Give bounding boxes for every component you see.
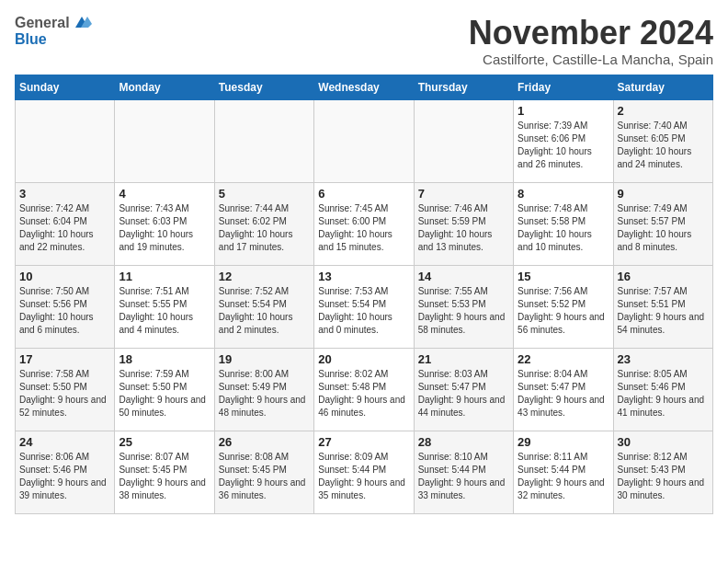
day-number: 16 [618, 270, 709, 283]
day-number: 30 [618, 435, 709, 449]
day-info: Sunrise: 7:51 AMSunset: 5:55 PMDaylight:… [119, 285, 210, 337]
logo-blue-text: Blue [15, 31, 47, 47]
day-info: Sunrise: 7:52 AMSunset: 5:54 PMDaylight:… [219, 285, 310, 337]
day-number: 24 [19, 435, 110, 449]
day-info: Sunrise: 7:50 AMSunset: 5:56 PMDaylight:… [19, 285, 110, 337]
calendar-header-sunday: Sunday [16, 75, 115, 99]
day-number: 28 [418, 435, 509, 449]
calendar-cell: 18Sunrise: 7:59 AMSunset: 5:50 PMDayligh… [115, 348, 214, 431]
day-info: Sunrise: 7:49 AMSunset: 5:57 PMDaylight:… [618, 202, 709, 254]
day-info: Sunrise: 8:05 AMSunset: 5:46 PMDaylight:… [618, 368, 709, 419]
calendar-cell: 19Sunrise: 8:00 AMSunset: 5:49 PMDayligh… [214, 348, 313, 431]
day-number: 4 [119, 187, 210, 201]
logo-icon [72, 15, 92, 31]
calendar-cell: 7Sunrise: 7:46 AMSunset: 5:59 PMDaylight… [414, 182, 513, 265]
day-info: Sunrise: 8:11 AMSunset: 5:44 PMDaylight:… [518, 451, 609, 502]
day-number: 20 [318, 352, 409, 366]
day-number: 2 [618, 104, 709, 118]
day-info: Sunrise: 7:57 AMSunset: 5:51 PMDaylight:… [618, 285, 709, 337]
calendar-cell [214, 99, 313, 182]
day-info: Sunrise: 7:48 AMSunset: 5:58 PMDaylight:… [518, 202, 609, 254]
day-number: 10 [19, 270, 110, 283]
day-number: 8 [518, 187, 609, 201]
month-title: November 2024 [469, 15, 713, 52]
calendar-cell: 14Sunrise: 7:55 AMSunset: 5:53 PMDayligh… [414, 265, 513, 348]
day-info: Sunrise: 7:53 AMSunset: 5:54 PMDaylight:… [318, 285, 409, 337]
day-info: Sunrise: 8:07 AMSunset: 5:45 PMDaylight:… [119, 451, 210, 502]
calendar-cell: 15Sunrise: 7:56 AMSunset: 5:52 PMDayligh… [514, 265, 613, 348]
day-number: 7 [418, 187, 509, 201]
day-number: 22 [518, 352, 609, 366]
calendar-week-row: 24Sunrise: 8:06 AMSunset: 5:46 PMDayligh… [16, 431, 713, 513]
day-number: 23 [618, 352, 709, 366]
day-number: 13 [318, 270, 409, 283]
day-info: Sunrise: 8:06 AMSunset: 5:46 PMDaylight:… [19, 451, 110, 502]
day-number: 1 [518, 104, 609, 118]
day-number: 5 [219, 187, 310, 201]
page-header: General Blue November 2024 Castilforte, … [15, 15, 713, 67]
calendar-cell: 2Sunrise: 7:40 AMSunset: 6:05 PMDaylight… [613, 99, 712, 182]
day-info: Sunrise: 8:09 AMSunset: 5:44 PMDaylight:… [318, 451, 409, 502]
calendar-cell: 6Sunrise: 7:45 AMSunset: 6:00 PMDaylight… [314, 182, 414, 265]
day-number: 14 [418, 270, 509, 283]
calendar-cell: 4Sunrise: 7:43 AMSunset: 6:03 PMDaylight… [115, 182, 214, 265]
calendar-cell [414, 99, 513, 182]
day-info: Sunrise: 7:43 AMSunset: 6:03 PMDaylight:… [119, 202, 210, 254]
day-info: Sunrise: 7:55 AMSunset: 5:53 PMDaylight:… [418, 285, 509, 337]
calendar-week-row: 17Sunrise: 7:58 AMSunset: 5:50 PMDayligh… [16, 348, 713, 431]
day-info: Sunrise: 7:45 AMSunset: 6:00 PMDaylight:… [318, 202, 409, 254]
day-number: 27 [318, 435, 409, 449]
day-number: 15 [518, 270, 609, 283]
calendar-cell: 26Sunrise: 8:08 AMSunset: 5:45 PMDayligh… [214, 431, 313, 513]
calendar-cell: 9Sunrise: 7:49 AMSunset: 5:57 PMDaylight… [613, 182, 712, 265]
calendar-cell: 27Sunrise: 8:09 AMSunset: 5:44 PMDayligh… [314, 431, 414, 513]
day-number: 17 [19, 352, 110, 366]
calendar-cell: 16Sunrise: 7:57 AMSunset: 5:51 PMDayligh… [613, 265, 712, 348]
day-info: Sunrise: 7:40 AMSunset: 6:05 PMDaylight:… [618, 120, 709, 171]
calendar-cell: 22Sunrise: 8:04 AMSunset: 5:47 PMDayligh… [514, 348, 613, 431]
calendar-header-row: SundayMondayTuesdayWednesdayThursdayFrid… [16, 75, 713, 99]
calendar-cell: 5Sunrise: 7:44 AMSunset: 6:02 PMDaylight… [214, 182, 313, 265]
day-number: 25 [119, 435, 210, 449]
day-info: Sunrise: 7:39 AMSunset: 6:06 PMDaylight:… [518, 120, 609, 171]
day-number: 3 [19, 187, 110, 201]
calendar-cell: 11Sunrise: 7:51 AMSunset: 5:55 PMDayligh… [115, 265, 214, 348]
calendar-cell: 23Sunrise: 8:05 AMSunset: 5:46 PMDayligh… [613, 348, 712, 431]
calendar-cell [115, 99, 214, 182]
day-info: Sunrise: 7:59 AMSunset: 5:50 PMDaylight:… [119, 368, 210, 419]
calendar-week-row: 10Sunrise: 7:50 AMSunset: 5:56 PMDayligh… [16, 265, 713, 348]
day-info: Sunrise: 7:42 AMSunset: 6:04 PMDaylight:… [19, 202, 110, 254]
calendar-cell: 3Sunrise: 7:42 AMSunset: 6:04 PMDaylight… [16, 182, 115, 265]
calendar-cell: 29Sunrise: 8:11 AMSunset: 5:44 PMDayligh… [514, 431, 613, 513]
day-info: Sunrise: 8:08 AMSunset: 5:45 PMDaylight:… [219, 451, 310, 502]
day-info: Sunrise: 7:58 AMSunset: 5:50 PMDaylight:… [19, 368, 110, 419]
day-number: 6 [318, 187, 409, 201]
calendar-header-friday: Friday [514, 75, 613, 99]
calendar-header-monday: Monday [115, 75, 214, 99]
calendar-cell: 21Sunrise: 8:03 AMSunset: 5:47 PMDayligh… [414, 348, 513, 431]
calendar-header-saturday: Saturday [613, 75, 712, 99]
day-info: Sunrise: 8:03 AMSunset: 5:47 PMDaylight:… [418, 368, 509, 419]
calendar-cell: 12Sunrise: 7:52 AMSunset: 5:54 PMDayligh… [214, 265, 313, 348]
day-info: Sunrise: 8:02 AMSunset: 5:48 PMDaylight:… [318, 368, 409, 419]
calendar-cell: 10Sunrise: 7:50 AMSunset: 5:56 PMDayligh… [16, 265, 115, 348]
day-info: Sunrise: 8:00 AMSunset: 5:49 PMDaylight:… [219, 368, 310, 419]
logo: General Blue [15, 15, 92, 48]
day-info: Sunrise: 8:12 AMSunset: 5:43 PMDaylight:… [618, 451, 709, 502]
day-number: 12 [219, 270, 310, 283]
day-info: Sunrise: 8:04 AMSunset: 5:47 PMDaylight:… [518, 368, 609, 419]
calendar-cell: 17Sunrise: 7:58 AMSunset: 5:50 PMDayligh… [16, 348, 115, 431]
day-number: 29 [518, 435, 609, 449]
calendar-table: SundayMondayTuesdayWednesdayThursdayFrid… [15, 75, 713, 514]
day-number: 11 [119, 270, 210, 283]
day-number: 18 [119, 352, 210, 366]
calendar-header-tuesday: Tuesday [214, 75, 313, 99]
calendar-week-row: 1Sunrise: 7:39 AMSunset: 6:06 PMDaylight… [16, 99, 713, 182]
calendar-cell: 28Sunrise: 8:10 AMSunset: 5:44 PMDayligh… [414, 431, 513, 513]
calendar-cell: 8Sunrise: 7:48 AMSunset: 5:58 PMDaylight… [514, 182, 613, 265]
day-number: 26 [219, 435, 310, 449]
calendar-cell: 24Sunrise: 8:06 AMSunset: 5:46 PMDayligh… [16, 431, 115, 513]
calendar-cell: 25Sunrise: 8:07 AMSunset: 5:45 PMDayligh… [115, 431, 214, 513]
day-number: 19 [219, 352, 310, 366]
calendar-cell: 13Sunrise: 7:53 AMSunset: 5:54 PMDayligh… [314, 265, 414, 348]
